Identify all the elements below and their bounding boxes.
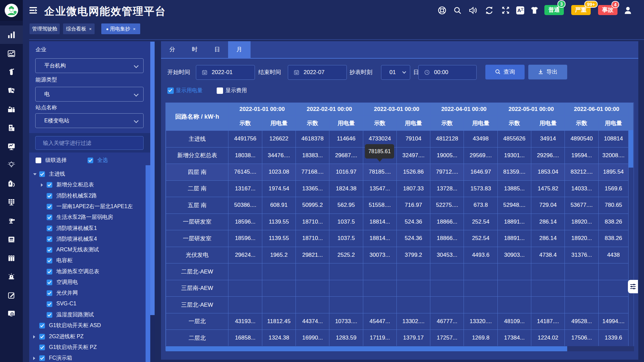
svg-text:文: 文 bbox=[521, 7, 524, 11]
